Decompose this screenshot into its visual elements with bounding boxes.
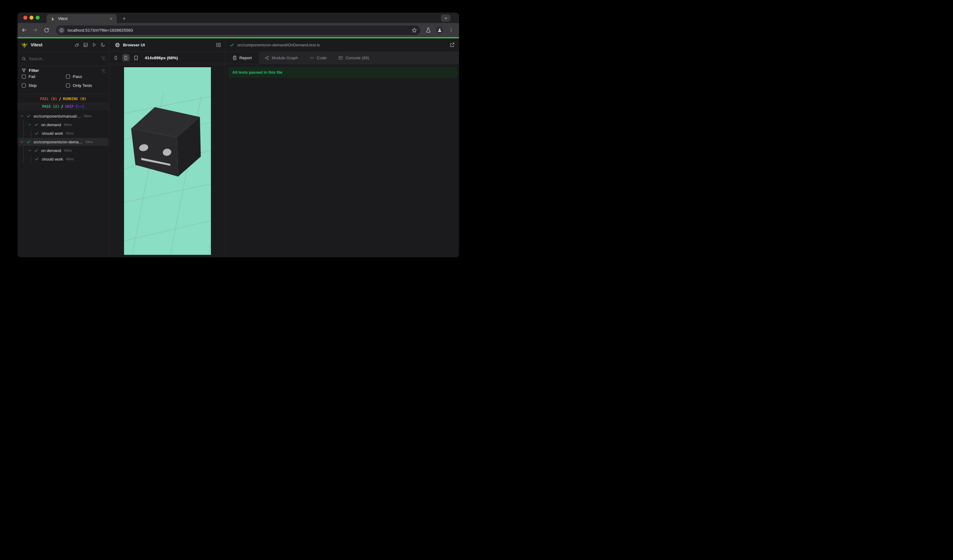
console-icon: [338, 56, 343, 60]
dashboard-icon[interactable]: [83, 42, 88, 48]
dark-mode-moon-icon[interactable]: [100, 42, 106, 48]
menu-kebab-icon[interactable]: [447, 26, 455, 34]
browser-window: Vitest: [17, 12, 459, 257]
checkbox-icon[interactable]: [66, 74, 70, 79]
device-phone-small-icon[interactable]: [112, 54, 120, 61]
collapse-tests-icon[interactable]: [75, 42, 80, 48]
filter-checkbox-skip[interactable]: Skip: [22, 83, 37, 88]
test-duration: 43ms: [66, 157, 74, 161]
browser-panel-header: Browser UI: [109, 38, 225, 52]
search-icon: [22, 56, 26, 61]
toolbar-right-actions: [425, 26, 455, 34]
external-link-icon[interactable]: [450, 42, 455, 47]
clear-filters-icon[interactable]: [101, 69, 106, 74]
filter-funnel-icon: [22, 68, 26, 73]
all-tests-passed-banner: All tests passed in this file: [228, 67, 458, 78]
fail-count: FAIL (0): [40, 97, 57, 101]
viewport-size-label: 414x896px (68%): [145, 56, 178, 60]
test-duration: 43ms: [85, 140, 93, 144]
running-count: RUNNING (0): [63, 97, 86, 101]
vitest-ui: Vitest: [17, 38, 459, 257]
status-line-pass-skip: PASS (2) / SKIP (--): [17, 103, 109, 110]
sidebar: Vitest: [17, 38, 109, 257]
preview-viewport[interactable]: [124, 67, 211, 255]
device-tablet-icon[interactable]: [132, 54, 140, 61]
checkbox-icon[interactable]: [22, 84, 26, 87]
pass-check-icon: [34, 123, 38, 127]
filter-checkbox-fail[interactable]: Fail: [22, 74, 35, 79]
report-clipboard-icon: [233, 56, 237, 60]
filter-checkbox-pass[interactable]: Pass: [66, 74, 82, 79]
url-bar[interactable]: localhost:5173/#/?file=1828625563: [56, 25, 420, 35]
chevron-down-icon[interactable]: [20, 114, 24, 118]
browser-ui-panel: Browser UI 414x896px (68%): [109, 38, 225, 257]
tab-code[interactable]: Code: [304, 52, 332, 64]
vitest-logo-icon: [21, 42, 28, 48]
report-panel: src/components/on-demand/OnDemand.test.t…: [225, 38, 459, 257]
pass-check-icon: [26, 114, 31, 118]
chevron-down-icon[interactable]: [20, 140, 24, 144]
site-info-icon[interactable]: [58, 27, 65, 34]
run-all-icon[interactable]: [92, 42, 97, 48]
filter-section: Filter Fail Pass: [17, 66, 109, 94]
tree-row-file-selected[interactable]: src/components/on-dema… 43ms: [17, 138, 109, 146]
checkbox-icon[interactable]: [66, 84, 70, 87]
filter-label: Filter: [29, 68, 39, 73]
sidebar-header: Vitest: [17, 38, 109, 52]
module-graph-icon: [265, 56, 269, 60]
back-button[interactable]: [21, 27, 28, 34]
tab-report[interactable]: Report: [225, 52, 259, 64]
checkbox-icon[interactable]: [22, 74, 26, 79]
test-duration: 55ms: [66, 132, 74, 135]
tree-row-suite[interactable]: on demand 56ms: [17, 120, 109, 129]
minimize-window-button[interactable]: [29, 16, 33, 20]
close-window-button[interactable]: [23, 16, 27, 20]
chevron-down-icon[interactable]: [28, 148, 32, 153]
filter-title: Filter: [22, 68, 39, 73]
bookmark-star-icon[interactable]: [411, 27, 418, 34]
open-panel-right-icon[interactable]: [216, 42, 221, 48]
globe-icon: [115, 42, 120, 48]
forward-button[interactable]: [32, 27, 38, 34]
search-input[interactable]: [29, 56, 87, 61]
zoom-window-button[interactable]: [36, 16, 40, 20]
window-controls: [23, 16, 40, 20]
tree-row-test[interactable]: should work 55ms: [17, 129, 109, 138]
device-phone-add-icon[interactable]: [122, 54, 130, 61]
reload-button[interactable]: [43, 27, 50, 34]
status-line-fail-running: FAIL (0) / RUNNING (0): [17, 95, 109, 103]
tab-strip: Vitest: [17, 12, 459, 23]
tree-row-suite[interactable]: on demand 43ms: [17, 146, 109, 155]
report-tabs: Report Module Graph Code Console (69): [225, 52, 459, 65]
chevron-down-icon[interactable]: [28, 123, 32, 127]
tab-close-icon[interactable]: [109, 16, 113, 21]
clear-search-filter-icon[interactable]: [101, 56, 106, 61]
tested-app-canvas: [124, 67, 211, 255]
test-duration: 56ms: [84, 114, 92, 118]
experiments-flask-icon[interactable]: [425, 26, 432, 34]
browser-panel-title: Browser UI: [123, 43, 145, 47]
filter-checkbox-only-tests[interactable]: Only Tests: [66, 83, 92, 88]
test-file-path: src/components/on-demand/OnDemand.test.t…: [237, 43, 320, 47]
tab-search-button[interactable]: [441, 14, 450, 22]
screen: Vitest: [0, 0, 476, 280]
pass-check-icon: [34, 148, 38, 153]
tab-console[interactable]: Console (69): [332, 52, 375, 64]
url-text[interactable]: localhost:5173/#/?file=1828625563: [68, 28, 411, 33]
tree-row-file[interactable]: src/components/manual/… 56ms: [17, 112, 109, 120]
browser-tab[interactable]: Vitest: [47, 14, 117, 23]
test-tree: src/components/manual/… 56ms on demand 5…: [17, 112, 109, 163]
filter-row-1: Fail Pass: [17, 74, 109, 82]
search-row: [17, 52, 109, 66]
profile-avatar[interactable]: [436, 26, 443, 34]
new-tab-button[interactable]: [120, 15, 128, 22]
tab-module-graph[interactable]: Module Graph: [259, 52, 304, 64]
code-icon: [310, 56, 314, 60]
vitest-favicon-icon: [51, 17, 55, 21]
pass-check-icon: [26, 140, 31, 144]
report-panel-header: src/components/on-demand/OnDemand.test.t…: [225, 38, 459, 52]
tree-row-test[interactable]: should work 43ms: [17, 155, 109, 163]
app-title: Vitest: [31, 42, 42, 47]
skip-count: SKIP (--): [65, 104, 84, 109]
tab-title: Vitest: [58, 17, 109, 21]
